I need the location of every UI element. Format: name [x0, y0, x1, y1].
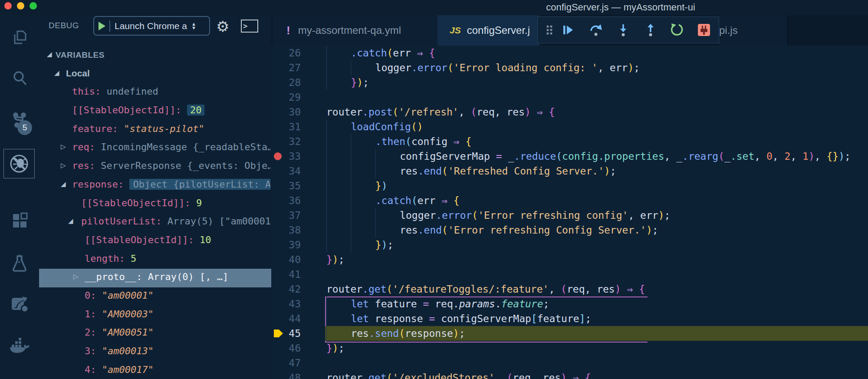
code-line-33[interactable]: 33configServerMap = _.reduce(config.prop…	[271, 149, 868, 164]
variable-row[interactable]: ▷res: ServerResponse {_events: Obje…	[39, 158, 271, 176]
line-number[interactable]: 42	[271, 282, 301, 297]
code-line-28[interactable]: 28});	[271, 75, 868, 90]
code-line-44[interactable]: 44let response = configServerMap[feature…	[271, 311, 868, 326]
line-number[interactable]: 29	[271, 90, 301, 105]
code-line-30[interactable]: 30router.post('/refresh', (req, res) ⇒ {	[271, 105, 868, 119]
variable-row[interactable]: [[StableObjectId]]: 9	[39, 195, 271, 214]
line-number[interactable]: 48	[271, 370, 301, 379]
line-number[interactable]: 40	[271, 252, 301, 267]
variable-row[interactable]: ◢pilotUserList: Array(5) ["am00001…	[39, 213, 271, 232]
sidebar-item-explorer[interactable]	[0, 24, 39, 53]
sidebar-item-search[interactable]	[0, 64, 39, 92]
code-line-46[interactable]: 46});	[271, 341, 868, 356]
line-number[interactable]: 36	[271, 193, 301, 208]
grip-dots-icon[interactable]	[542, 23, 557, 37]
code-editor[interactable]: 26.catch(err ⇒ {27logger.error('Error lo…	[271, 46, 868, 379]
line-number[interactable]: 33	[271, 149, 301, 164]
minimize-window-button[interactable]	[17, 2, 24, 10]
line-number[interactable]: 34	[271, 164, 301, 178]
sidebar-item-live-share[interactable]	[0, 290, 39, 318]
line-number[interactable]: 37	[271, 208, 301, 223]
sidebar-item-extensions[interactable]	[0, 206, 39, 235]
continue-icon[interactable]	[560, 23, 575, 37]
variable-row[interactable]: 2: "AM00051"	[39, 324, 271, 343]
line-number[interactable]: 28	[271, 75, 301, 90]
variable-row[interactable]: 1: "AM00003"	[39, 306, 271, 325]
restart-icon[interactable]	[669, 23, 684, 37]
code-line-42[interactable]: 42router.get('/featureToggles/:feature',…	[271, 282, 868, 297]
chevron-collapsed-icon[interactable]: ▷	[61, 161, 66, 169]
code-line-43[interactable]: 43let feature = req.params.feature;	[271, 297, 868, 311]
variable-row[interactable]: this: undefined	[39, 83, 271, 102]
step-over-icon[interactable]	[589, 23, 603, 37]
code-text: res.send(response);	[326, 326, 465, 341]
sidebar-item-source-control[interactable]: 5	[0, 106, 39, 135]
code-line-32[interactable]: 32.then(config ⇒ {	[271, 134, 868, 149]
line-number[interactable]: 35	[271, 178, 301, 193]
tab-configserver-js[interactable]: JS configServer.j	[437, 15, 539, 46]
line-number[interactable]: 31	[271, 119, 301, 134]
variable-row[interactable]: feature: "status-pilot"	[39, 121, 271, 139]
line-number[interactable]: 47	[271, 356, 301, 370]
code-line-35[interactable]: 35})	[271, 178, 868, 193]
line-number[interactable]: 30	[271, 105, 301, 119]
code-line-31[interactable]: 31loadConfig()	[271, 119, 868, 134]
variable-row[interactable]: [[StableObjectId]]: 10	[39, 232, 271, 250]
code-line-38[interactable]: 38res.end('Error refreshing Config Serve…	[271, 223, 868, 237]
code-line-41[interactable]: 41	[271, 267, 868, 282]
variable-row[interactable]: ▷__proto__: Array(0) [, …]	[39, 269, 271, 287]
chevron-expanded-icon[interactable]: ◢	[54, 69, 59, 77]
variable-row[interactable]: 4: "am00017"	[39, 362, 271, 379]
variable-row[interactable]: ▷req: IncomingMessage {_readableSta…	[39, 139, 271, 158]
code-line-27[interactable]: 27logger.error('Error loading config: ',…	[271, 60, 868, 75]
line-number[interactable]: 46	[271, 341, 301, 356]
sidebar-item-docker[interactable]	[0, 333, 39, 362]
tab-my-assortment-qa-yml[interactable]: ! my-assortment-qa.yml	[273, 15, 438, 46]
code-line-37[interactable]: 37logger.error('Error refreshing config'…	[271, 208, 868, 223]
line-number[interactable]: 41	[271, 267, 301, 282]
line-number[interactable]: 26	[271, 46, 301, 60]
chevron-expanded-icon[interactable]: ◢	[68, 217, 73, 225]
chevron-collapsed-icon[interactable]: ▷	[73, 273, 79, 280]
code-line-34[interactable]: 34res.end('Refreshed Config Server.');	[271, 164, 868, 178]
step-into-icon[interactable]	[616, 23, 631, 37]
code-line-40[interactable]: 40});	[271, 252, 868, 267]
code-line-29[interactable]: 29	[271, 90, 868, 105]
indent-guide	[326, 297, 351, 311]
tab-api-js[interactable]: pi.js	[718, 15, 788, 46]
code-line-48[interactable]: 48router.get('/excludedStores', (req, re…	[271, 370, 868, 379]
sidebar-item-debug[interactable]	[3, 149, 35, 178]
code-line-36[interactable]: 36.catch(err ⇒ {	[271, 193, 868, 208]
tree-section-header[interactable]: ◢Local	[39, 65, 271, 84]
line-number[interactable]: 44	[271, 311, 301, 326]
code-line-39[interactable]: 39});	[271, 237, 868, 252]
variable-value: "am00017"	[102, 364, 154, 375]
variable-row[interactable]: 0: "am00001"	[39, 287, 271, 306]
line-number[interactable]: 38	[271, 223, 301, 237]
line-number[interactable]: 39	[271, 237, 301, 252]
tree-section-header[interactable]: ◢VARIABLES	[39, 46, 271, 65]
chevron-collapsed-icon[interactable]: ▷	[61, 143, 66, 151]
code-line-47[interactable]: 47	[271, 356, 868, 370]
close-window-button[interactable]	[4, 2, 12, 10]
variable-row[interactable]: [[StableObjectId]]: 20	[39, 102, 271, 121]
line-number[interactable]: 27	[271, 60, 301, 75]
sidebar-item-test-explorer[interactable]	[0, 249, 39, 278]
variable-row[interactable]: 3: "am00013"	[39, 343, 271, 362]
line-number[interactable]: 43	[271, 297, 301, 311]
zoom-window-button[interactable]	[30, 2, 37, 10]
disconnect-plug-icon[interactable]	[697, 23, 711, 37]
code-line-26[interactable]: 26.catch(err ⇒ {	[271, 46, 868, 60]
code-line-45[interactable]: 45res.send(response);	[271, 326, 868, 341]
launch-config-dropdown[interactable]: Launch Chrome a ▲▼	[93, 16, 210, 36]
chevron-expanded-icon[interactable]: ◢	[61, 180, 66, 188]
variable-row[interactable]: length: 5	[39, 250, 271, 269]
step-out-icon[interactable]	[643, 23, 658, 37]
line-number[interactable]: 45	[271, 326, 301, 341]
start-debugging-icon[interactable]	[99, 22, 105, 30]
chevron-expanded-icon[interactable]: ◢	[47, 50, 52, 58]
debug-settings-gear-icon[interactable]: ⚙	[216, 18, 229, 35]
line-number[interactable]: 32	[271, 134, 301, 149]
debug-console-icon[interactable]: >	[241, 20, 258, 33]
variable-row[interactable]: ◢response: Object {pilotUserList: A…	[39, 176, 271, 195]
